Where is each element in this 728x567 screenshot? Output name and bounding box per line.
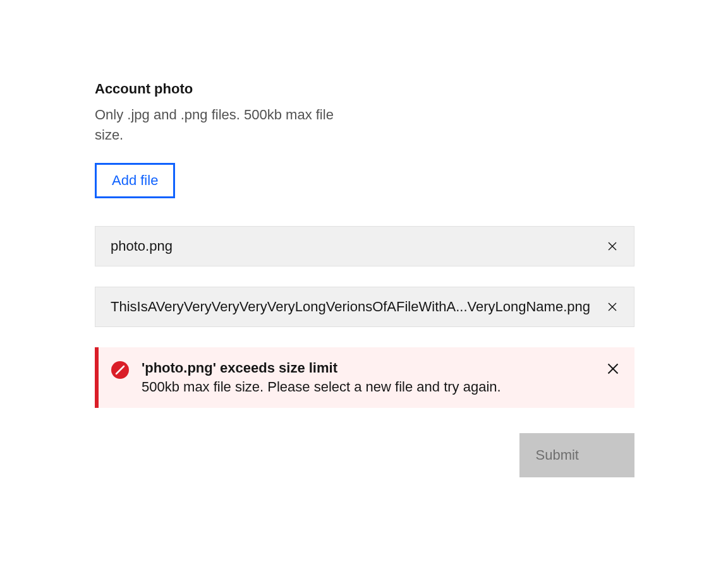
- close-icon[interactable]: [607, 362, 619, 375]
- remove-file-icon[interactable]: [606, 301, 619, 313]
- file-name: photo.png: [111, 238, 596, 254]
- error-title: 'photo.png' exceeds size limit: [142, 360, 597, 376]
- submit-button[interactable]: Submit: [519, 433, 634, 477]
- error-notification: 'photo.png' exceeds size limit 500kb max…: [95, 347, 634, 408]
- file-item: photo.png: [95, 226, 634, 266]
- section-title: Account photo: [95, 81, 634, 97]
- section-subtitle: Only .jpg and .png files. 500kb max file…: [95, 105, 348, 145]
- file-name: ThisIsAVeryVeryVeryVeryVeryLongVerionsOf…: [111, 299, 596, 315]
- error-icon: [111, 361, 129, 379]
- error-message: 500kb max file size. Please select a new…: [142, 379, 597, 395]
- file-item: ThisIsAVeryVeryVeryVeryVeryLongVerionsOf…: [95, 287, 634, 327]
- add-file-button[interactable]: Add file: [95, 163, 175, 198]
- remove-file-icon[interactable]: [606, 240, 619, 253]
